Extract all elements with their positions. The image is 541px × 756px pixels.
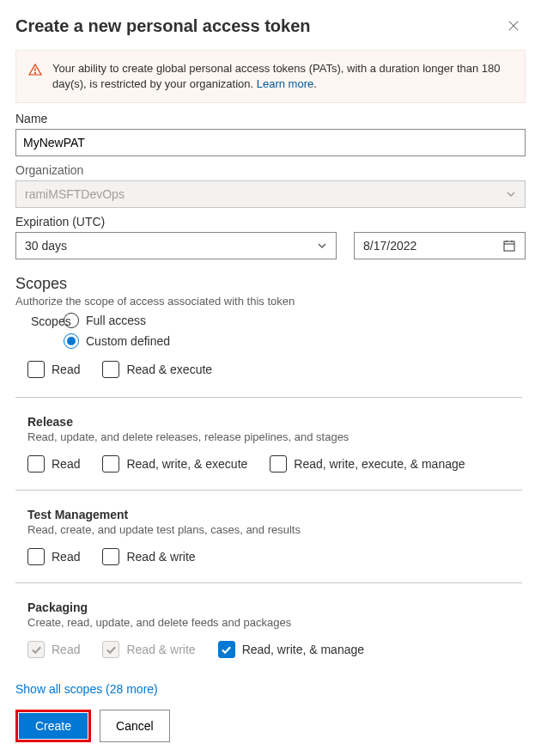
scope-permission: Read — [27, 641, 80, 658]
warning-banner: Your ability to create global personal a… — [15, 50, 526, 103]
learn-more-link[interactable]: Learn more — [257, 77, 313, 90]
scope-description: Read, create, and update test plans, cas… — [27, 523, 515, 536]
checkbox-icon — [102, 455, 119, 472]
scope-permission[interactable]: Read, write, execute, & manage — [270, 455, 465, 472]
scope-permission-label: Read & write — [126, 550, 195, 564]
organization-value: ramiMSFTDevOps — [25, 187, 125, 201]
close-button[interactable] — [501, 14, 526, 38]
radio-full-access[interactable]: Full access — [64, 313, 526, 328]
scope-title: Packaging — [27, 601, 515, 614]
scope-permission-label: Read, write, & manage — [242, 643, 364, 656]
name-label: Name — [15, 112, 526, 125]
expiration-date-input[interactable]: 8/17/2022 — [354, 232, 526, 259]
checkbox-icon — [218, 641, 235, 658]
scope-permission[interactable]: Read — [27, 455, 80, 472]
scope-description: Read, update, and delete releases, relea… — [27, 430, 515, 443]
scope-permission[interactable]: Read & write — [102, 548, 195, 565]
close-icon — [508, 20, 520, 32]
checkbox-icon — [102, 548, 119, 565]
expiration-select-value: 30 days — [25, 239, 67, 253]
show-all-scopes-text: Show all scopes — [15, 682, 102, 696]
svg-point-0 — [35, 73, 36, 74]
expiration-label: Expiration (UTC) — [15, 215, 526, 229]
chevron-down-icon — [506, 189, 516, 199]
scopes-label: Scopes — [31, 314, 71, 328]
scope-permission-label: Read — [52, 363, 80, 376]
scope-permission-label: Read & write — [126, 643, 195, 656]
scope-permission-label: Read — [52, 643, 80, 656]
scope-permission[interactable]: Read, write, & manage — [218, 641, 364, 658]
warning-text-suffix: . — [313, 77, 317, 90]
scope-permission[interactable]: Read, write, & execute — [102, 455, 247, 472]
warning-icon — [28, 63, 42, 92]
dialog-title: Create a new personal access token — [15, 16, 311, 36]
expiration-select[interactable]: 30 days — [15, 232, 337, 259]
scope-permission-label: Read, write, execute, & manage — [294, 457, 465, 471]
scope-title: Test Management — [27, 508, 515, 521]
scope-block: ReadRead & execute — [15, 359, 522, 397]
organization-select[interactable]: ramiMSFTDevOps — [15, 180, 526, 208]
checkbox-icon — [27, 641, 45, 658]
create-button-highlight: Create — [15, 710, 91, 742]
scope-permission[interactable]: Read & execute — [102, 361, 212, 378]
scopes-scroll-area[interactable]: ReadRead & executeReleaseRead, update, a… — [15, 359, 526, 675]
radio-icon — [64, 333, 79, 349]
scope-permission: Read & write — [102, 641, 195, 658]
warning-text: Your ability to create global personal a… — [52, 61, 513, 92]
scope-description: Create, read, update, and delete feeds a… — [27, 616, 515, 629]
radio-custom-defined[interactable]: Custom defined — [64, 333, 526, 349]
scope-permission-label: Read & execute — [126, 363, 212, 376]
scope-permission-label: Read, write, & execute — [126, 457, 247, 471]
scope-block: PackagingCreate, read, update, and delet… — [15, 582, 522, 675]
scope-title: Release — [27, 415, 515, 429]
radio-custom-defined-label: Custom defined — [86, 334, 170, 348]
name-input[interactable] — [15, 129, 526, 156]
checkbox-icon — [27, 455, 45, 472]
expiration-date-value: 8/17/2022 — [363, 239, 416, 253]
scope-block: ReleaseRead, update, and delete releases… — [15, 397, 522, 490]
scopes-subtitle: Authorize the scope of access associated… — [15, 295, 526, 308]
create-button[interactable]: Create — [19, 713, 88, 739]
show-all-scopes-link[interactable]: Show all scopes (28 more) — [15, 682, 526, 696]
cancel-button[interactable]: Cancel — [100, 710, 170, 742]
checkbox-icon — [27, 361, 45, 378]
chevron-down-icon — [317, 241, 327, 251]
checkbox-icon — [102, 641, 119, 658]
show-all-scopes-count: (28 more) — [106, 682, 158, 696]
scope-permission-label: Read — [52, 550, 80, 564]
checkbox-icon — [270, 455, 287, 472]
radio-full-access-label: Full access — [86, 314, 146, 327]
scope-permission[interactable]: Read — [27, 548, 80, 565]
checkbox-icon — [27, 548, 45, 565]
svg-rect-1 — [504, 241, 514, 251]
scope-permission-label: Read — [52, 457, 80, 471]
scopes-heading: Scopes — [15, 275, 526, 293]
scope-permission[interactable]: Read — [27, 361, 80, 378]
checkbox-icon — [102, 361, 119, 378]
organization-label: Organization — [15, 163, 526, 177]
calendar-icon — [502, 239, 516, 253]
scope-block: Test ManagementRead, create, and update … — [15, 490, 522, 582]
